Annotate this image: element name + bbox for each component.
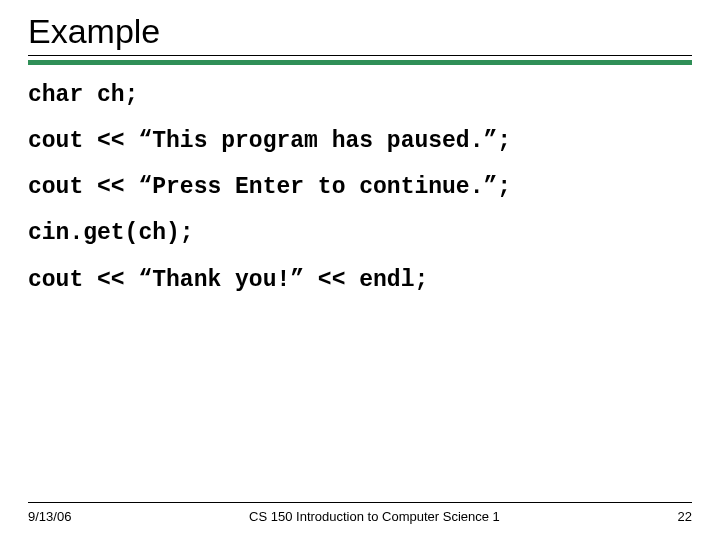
code-line: cout << “Press Enter to continue.”; bbox=[28, 175, 692, 199]
code-line: cout << “This program has paused.”; bbox=[28, 129, 692, 153]
code-line: char ch; bbox=[28, 83, 692, 107]
footer: 9/13/06 CS 150 Introduction to Computer … bbox=[28, 502, 692, 524]
code-block: char ch; cout << “This program has pause… bbox=[28, 83, 692, 292]
slide-title: Example bbox=[28, 12, 692, 51]
footer-divider bbox=[28, 502, 692, 503]
footer-course: CS 150 Introduction to Computer Science … bbox=[249, 509, 500, 524]
divider-thin bbox=[28, 55, 692, 56]
footer-row: 9/13/06 CS 150 Introduction to Computer … bbox=[28, 509, 692, 524]
code-line: cin.get(ch); bbox=[28, 221, 692, 245]
code-line: cout << “Thank you!” << endl; bbox=[28, 268, 692, 292]
footer-page: 22 bbox=[678, 509, 692, 524]
divider-thick bbox=[28, 60, 692, 65]
slide: Example char ch; cout << “This program h… bbox=[0, 0, 720, 540]
footer-date: 9/13/06 bbox=[28, 509, 71, 524]
